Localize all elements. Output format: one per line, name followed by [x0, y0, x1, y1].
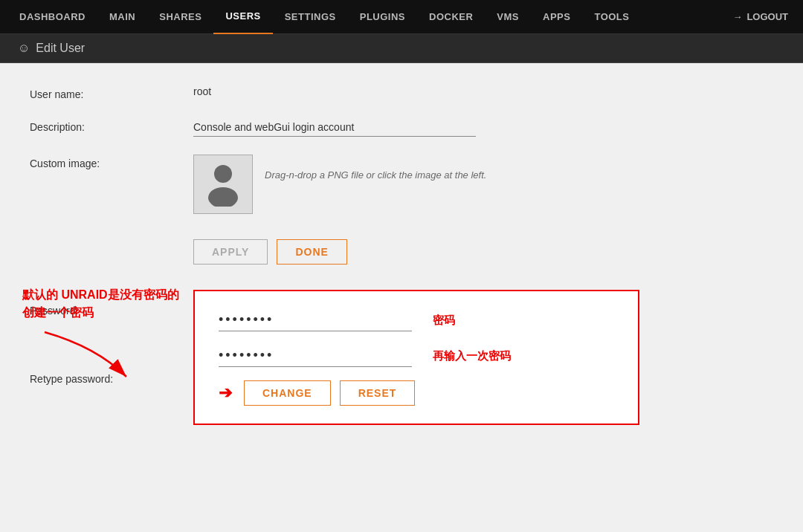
password-input-row: 密码 — [219, 309, 614, 331]
nav-apps[interactable]: APPS — [531, 0, 582, 34]
retype-label: Retype password: — [30, 351, 193, 385]
nav-shares[interactable]: SHARES — [147, 0, 213, 34]
change-arrow: ➔ — [219, 383, 232, 403]
custom-image-label: Custom image: — [30, 155, 193, 169]
reset-button[interactable]: RESET — [340, 380, 416, 406]
logout-button[interactable]: → LOGOUT — [725, 11, 796, 22]
main-content: User name: root Description: Custom imag… — [0, 63, 803, 532]
nav-main[interactable]: MAIN — [97, 0, 147, 34]
custom-image-value: Drag-n-drop a PNG file or click the imag… — [193, 155, 773, 214]
done-button[interactable]: DONE — [277, 239, 346, 265]
retype-input-row: 再输入一次密码 — [219, 345, 614, 367]
username-row: User name: root — [30, 85, 773, 100]
apply-button[interactable]: APPLY — [193, 239, 268, 265]
logout-icon: → — [732, 11, 742, 22]
svg-point-0 — [214, 165, 232, 183]
svg-point-1 — [208, 187, 238, 207]
nav-settings[interactable]: SETTINGS — [273, 0, 348, 34]
description-label: Description: — [30, 118, 193, 133]
username-value: root — [193, 85, 773, 97]
password-annotation: 密码 — [433, 314, 455, 328]
change-reset-row: ➔ CHANGE RESET — [219, 380, 614, 406]
nav-docker[interactable]: DOCKER — [417, 0, 485, 34]
description-field-wrapper — [193, 118, 773, 137]
password-section-wrapper: Password: Retype password: 密码 再输入一次密码 ➔ … — [30, 282, 773, 425]
password-section: 密码 再输入一次密码 ➔ CHANGE RESET — [193, 290, 639, 425]
custom-image-row: Custom image: Drag-n-drop a PNG file or … — [30, 155, 773, 214]
password-input[interactable] — [219, 309, 412, 331]
change-button[interactable]: CHANGE — [244, 380, 331, 406]
description-input[interactable] — [193, 118, 476, 137]
nav-vms[interactable]: VMS — [485, 0, 531, 34]
avatar-upload[interactable] — [193, 155, 253, 214]
user-icon: ☺ — [18, 42, 30, 55]
apply-done-row: APPLY DONE — [30, 232, 773, 265]
nav-dashboard[interactable]: DASHBOARD — [7, 0, 97, 34]
password-label: Password: — [30, 282, 193, 317]
page-header: ☺ Edit User — [0, 34, 803, 63]
description-row: Description: — [30, 118, 773, 137]
username-label: User name: — [30, 85, 193, 100]
page-title: Edit User — [36, 42, 85, 55]
person-icon — [204, 162, 242, 207]
nav-plugins[interactable]: PLUGINS — [348, 0, 417, 34]
main-btn-row: APPLY DONE — [193, 239, 773, 265]
nav-users[interactable]: USERS — [213, 0, 272, 34]
nav-tools[interactable]: TOOLS — [582, 0, 641, 34]
retype-annotation: 再输入一次密码 — [433, 349, 511, 363]
retype-input[interactable] — [219, 345, 412, 367]
navigation: DASHBOARD MAIN SHARES USERS SETTINGS PLU… — [0, 0, 803, 34]
avatar-hint: Drag-n-drop a PNG file or click the imag… — [265, 155, 486, 181]
